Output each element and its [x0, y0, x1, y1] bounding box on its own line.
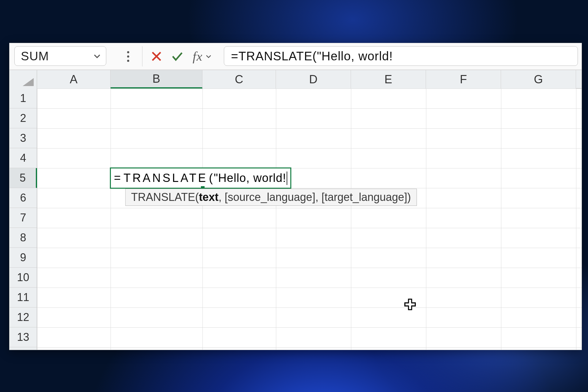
- row-header-4[interactable]: 4: [9, 148, 37, 168]
- column-header-label: A: [70, 73, 77, 86]
- row-header-label: 5: [20, 172, 26, 184]
- column-header-label: C: [235, 73, 243, 86]
- tooltip-current-arg: text: [199, 191, 218, 203]
- cancel-button[interactable]: [150, 47, 163, 66]
- row-header-label: 9: [20, 251, 26, 264]
- row-header-5[interactable]: 5: [9, 168, 37, 188]
- more-vertical-icon: [123, 50, 133, 62]
- row-header-12[interactable]: 12: [9, 307, 37, 327]
- row-header-label: 1: [20, 92, 26, 105]
- insert-function-button[interactable]: fx: [191, 47, 213, 66]
- row-header-label: 12: [17, 311, 29, 324]
- cell-grid[interactable]: =TRANSLATE("Hello, world!TRANSLATE(text,…: [37, 89, 582, 350]
- row-header-label: 2: [20, 112, 26, 125]
- column-header-label: F: [460, 73, 467, 86]
- text-caret: [287, 172, 287, 185]
- row-header-label: 7: [20, 211, 26, 224]
- column-header-G[interactable]: G: [501, 70, 576, 89]
- row-header-label: 11: [17, 291, 29, 304]
- row-header-label: 8: [20, 231, 26, 244]
- divider: [142, 46, 142, 66]
- chevron-down-icon[interactable]: [205, 53, 212, 60]
- column-header-D[interactable]: D: [276, 70, 351, 89]
- column-header-E[interactable]: E: [351, 70, 426, 89]
- row-header-label: 4: [20, 152, 26, 164]
- formula-input[interactable]: =TRANSLATE("Hello, world!: [224, 46, 578, 66]
- name-box[interactable]: SUM: [14, 46, 106, 66]
- excel-window: SUM fx =TRANSLATE("Hello, world!: [9, 43, 582, 350]
- row-header-label: 13: [17, 331, 29, 344]
- row-header-9[interactable]: 9: [9, 248, 37, 268]
- row-header-7[interactable]: 7: [9, 208, 37, 228]
- close-icon: [150, 50, 163, 62]
- sheet-area: ABCDEFG 12345678910111213 =TRANSLATE("He…: [9, 70, 582, 350]
- row-header-2[interactable]: 2: [9, 108, 37, 128]
- row-header-label: 3: [20, 132, 26, 145]
- column-header-C[interactable]: C: [202, 70, 276, 89]
- column-header-A[interactable]: A: [37, 70, 111, 89]
- row-header-3[interactable]: 3: [9, 128, 37, 148]
- enter-button[interactable]: [171, 47, 184, 66]
- column-headers: ABCDEFG: [9, 70, 582, 89]
- name-box-value: SUM: [21, 49, 49, 63]
- active-cell-content: =TRANSLATE("Hello, world!: [114, 172, 286, 185]
- formula-signature-tooltip[interactable]: TRANSLATE(text, [source_language], [targ…: [125, 189, 417, 206]
- row-header-8[interactable]: 8: [9, 228, 37, 248]
- tooltip-fn: TRANSLATE(: [131, 191, 199, 203]
- check-icon: [171, 50, 183, 62]
- row-header-6[interactable]: 6: [9, 188, 37, 208]
- column-header-label: D: [309, 73, 317, 86]
- row-header-1[interactable]: 1: [9, 89, 37, 108]
- column-header-F[interactable]: F: [426, 70, 501, 89]
- formula-bar: SUM fx =TRANSLATE("Hello, world!: [9, 43, 582, 70]
- formula-text: =TRANSLATE("Hello, world!: [231, 49, 393, 63]
- row-header-11[interactable]: 11: [9, 288, 37, 307]
- row-header-label: 10: [17, 271, 29, 284]
- column-header-B[interactable]: B: [111, 70, 202, 89]
- row-header-13[interactable]: 13: [9, 327, 37, 347]
- select-all-corner[interactable]: [9, 70, 37, 89]
- column-header-label: B: [153, 72, 160, 85]
- formula-bar-buttons: fx: [120, 46, 215, 66]
- row-header-10[interactable]: 10: [9, 268, 37, 288]
- chevron-down-icon[interactable]: [92, 51, 102, 61]
- row-header-label: 6: [20, 191, 26, 204]
- column-header-label: E: [384, 73, 392, 86]
- fx-label-text: fx: [193, 49, 202, 64]
- column-header-label: G: [534, 73, 543, 86]
- row-headers: 12345678910111213: [9, 89, 37, 350]
- more-options-button[interactable]: [121, 47, 135, 66]
- excel-plus-cursor-icon: [404, 298, 416, 311]
- active-cell-edit[interactable]: =TRANSLATE("Hello, world!: [110, 168, 291, 189]
- tooltip-rest: , [source_language], [target_language]): [218, 191, 411, 203]
